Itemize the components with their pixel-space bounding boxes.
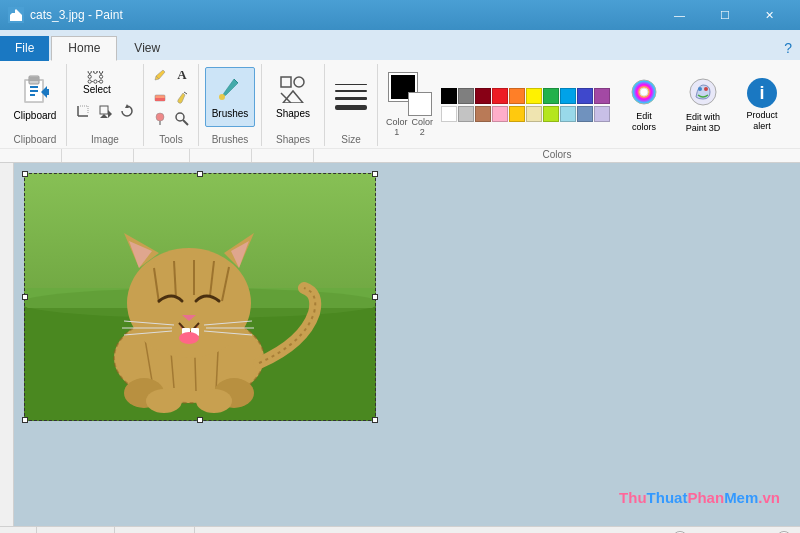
crop-button[interactable]	[73, 98, 93, 124]
palette-color-8[interactable]	[577, 88, 593, 104]
select-button[interactable]: Select	[73, 70, 121, 96]
svg-point-61	[196, 389, 232, 413]
shapes-group: Shapes Shapes	[262, 64, 325, 146]
tools-group-content: A	[150, 64, 192, 132]
size-line-1[interactable]	[335, 84, 367, 85]
palette-color-2[interactable]	[475, 88, 491, 104]
size-line-4[interactable]	[335, 105, 367, 110]
color-palette	[441, 88, 610, 122]
svg-point-47	[704, 87, 708, 91]
palette-color-15[interactable]	[526, 106, 542, 122]
statusbar: ⊞ 800 × 563px Size: 96.1KB 50% − +	[0, 526, 800, 533]
resize-button[interactable]	[95, 98, 115, 124]
edit-paint3d-button[interactable]: Edit with Paint 3D	[674, 74, 732, 136]
main-area: ThuThuatPhanMem.vn	[0, 163, 800, 526]
product-alert-button[interactable]: i Product alert	[736, 74, 788, 136]
shapes-group-content: Shapes	[268, 64, 318, 132]
palette-color-11[interactable]	[458, 106, 474, 122]
color2-swatch[interactable]	[409, 93, 431, 115]
palette-color-7[interactable]	[560, 88, 576, 104]
size-group-content	[331, 64, 371, 132]
palette-color-17[interactable]	[560, 106, 576, 122]
edit-colors-button[interactable]: Edit colors	[618, 74, 670, 136]
svg-point-16	[99, 75, 102, 78]
shapes-icon	[279, 75, 307, 106]
color1-label: Color 1	[386, 117, 408, 137]
edit-colors-icon	[630, 78, 658, 109]
palette-color-9[interactable]	[594, 88, 610, 104]
ribbon-content: Clipboard Clipboard	[0, 60, 800, 148]
brushes-group: Brushes Brushes	[199, 64, 262, 146]
svg-marker-26	[108, 110, 112, 118]
color2-label: Color 2	[412, 117, 434, 137]
tools-group-label: Tools	[159, 132, 182, 146]
product-alert-label: Product alert	[743, 110, 781, 132]
svg-line-32	[184, 92, 187, 94]
svg-point-35	[176, 113, 184, 121]
cat-image[interactable]	[24, 173, 376, 421]
maximize-button[interactable]: ☐	[702, 0, 747, 30]
palette-row-2	[441, 106, 610, 122]
image-group: Select	[67, 64, 144, 146]
svg-rect-1	[10, 15, 22, 21]
watermark-phan: Phan	[687, 489, 724, 506]
text-button[interactable]: A	[172, 65, 192, 85]
pencil-button[interactable]	[150, 65, 170, 85]
image-container	[24, 173, 376, 424]
clipboard-button[interactable]: Clipboard	[10, 67, 60, 127]
brushes-button[interactable]: Brushes	[205, 67, 255, 127]
canvas-area[interactable]: ThuThuatPhanMem.vn	[14, 163, 800, 526]
clipboard-icon	[21, 72, 49, 108]
tab-view[interactable]: View	[117, 36, 177, 61]
brushes-group-label: Brushes	[212, 132, 249, 146]
help-button[interactable]: ?	[776, 36, 800, 60]
svg-rect-9	[30, 90, 38, 92]
svg-point-17	[99, 80, 102, 83]
palette-color-19[interactable]	[594, 106, 610, 122]
svg-point-60	[146, 389, 182, 413]
palette-color-5[interactable]	[526, 88, 542, 104]
size-line-2[interactable]	[335, 90, 367, 92]
bucket-button[interactable]	[172, 87, 192, 107]
svg-point-75	[179, 332, 199, 344]
color-picker-button[interactable]	[150, 109, 170, 129]
clipboard-label: Clipboard	[14, 110, 57, 122]
palette-row-1	[441, 88, 610, 104]
colors-section: Color 1 Color 2	[378, 64, 796, 146]
palette-color-1[interactable]	[458, 88, 474, 104]
palette-color-0[interactable]	[441, 88, 457, 104]
eraser-button[interactable]	[150, 87, 170, 107]
minimize-button[interactable]: —	[657, 0, 702, 30]
palette-color-3[interactable]	[492, 88, 508, 104]
svg-rect-10	[30, 94, 35, 96]
svg-rect-25	[100, 106, 108, 114]
close-button[interactable]: ✕	[747, 0, 792, 30]
edit-paint3d-label: Edit with Paint 3D	[681, 112, 725, 134]
zoom-button[interactable]	[172, 109, 192, 129]
app-icon	[8, 7, 24, 23]
brushes-icon	[216, 75, 244, 106]
palette-color-12[interactable]	[475, 106, 491, 122]
svg-line-36	[183, 120, 188, 125]
size-line-3[interactable]	[335, 97, 367, 100]
tab-file[interactable]: File	[0, 36, 49, 61]
palette-color-6[interactable]	[543, 88, 559, 104]
palette-color-10[interactable]	[441, 106, 457, 122]
palette-color-18[interactable]	[577, 106, 593, 122]
palette-color-13[interactable]	[492, 106, 508, 122]
image-tools-content: Select	[73, 64, 137, 132]
palette-color-14[interactable]	[509, 106, 525, 122]
tab-home[interactable]: Home	[51, 36, 117, 61]
image-bottom-label	[62, 149, 134, 162]
brushes-label: Brushes	[212, 108, 249, 120]
group-labels-row: Colors	[0, 148, 800, 162]
palette-color-4[interactable]	[509, 88, 525, 104]
paint3d-icon	[688, 77, 718, 110]
rotate-button[interactable]	[117, 98, 137, 124]
watermark-thuat: Thuat	[647, 489, 688, 506]
svg-point-46	[698, 87, 702, 91]
shapes-button[interactable]: Shapes	[268, 67, 318, 127]
palette-color-16[interactable]	[543, 106, 559, 122]
svg-rect-39	[281, 77, 291, 87]
svg-point-14	[94, 71, 97, 73]
